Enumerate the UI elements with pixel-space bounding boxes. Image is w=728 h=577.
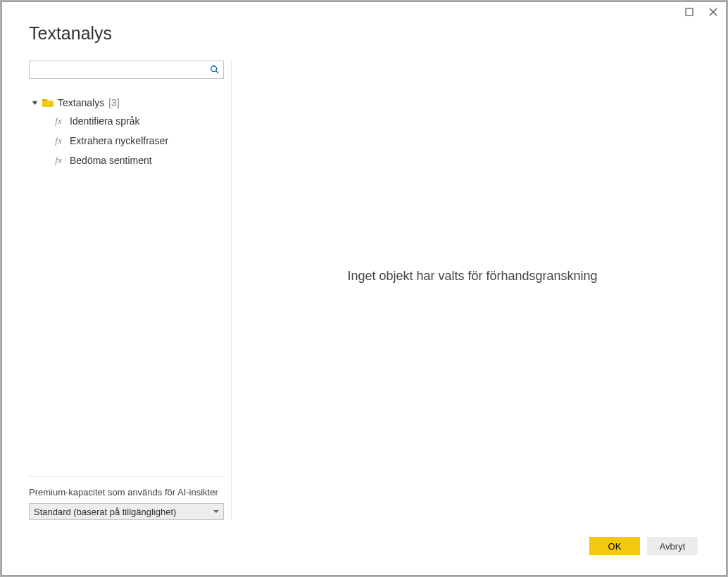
function-tree: Textanalys [3] fx Identifiera språk fx E… xyxy=(29,94,224,468)
left-panel: Textanalys [3] fx Identifiera språk fx E… xyxy=(29,61,232,520)
tree-item-identifiera-sprak[interactable]: fx Identifiera språk xyxy=(29,111,224,131)
tree-item-label: Bedöma sentiment xyxy=(70,155,152,166)
search-wrap xyxy=(29,61,224,79)
fx-icon: fx xyxy=(53,135,64,146)
dialog-window: Textanalys xyxy=(1,1,727,576)
fx-icon: fx xyxy=(53,155,64,166)
preview-panel: Inget objekt har valts för förhandsgrans… xyxy=(232,61,699,520)
maximize-button[interactable] xyxy=(679,4,699,20)
titlebar xyxy=(2,2,726,22)
capacity-dropdown[interactable]: Standard (baserat på tillgänglighet) xyxy=(29,503,224,520)
tree-folder-textanalys[interactable]: Textanalys [3] xyxy=(29,94,224,111)
svg-marker-5 xyxy=(32,101,37,104)
caret-down-icon xyxy=(32,100,38,106)
folder-icon xyxy=(42,98,54,108)
capacity-section: Premium-kapacitet som används för AI-ins… xyxy=(29,476,224,520)
main-row: Textanalys [3] fx Identifiera språk fx E… xyxy=(29,61,699,520)
content-area: Textanalys xyxy=(2,22,726,520)
svg-marker-6 xyxy=(213,510,219,513)
tree-item-bedoma-sentiment[interactable]: fx Bedöma sentiment xyxy=(29,151,224,170)
capacity-label: Premium-kapacitet som används för AI-ins… xyxy=(29,487,224,497)
preview-placeholder: Inget objekt har valts för förhandsgrans… xyxy=(347,269,597,284)
button-row: OK Avbryt xyxy=(2,520,726,575)
search-input[interactable] xyxy=(29,61,224,79)
chevron-down-icon xyxy=(213,509,219,514)
tree-item-label: Identifiera språk xyxy=(70,115,140,127)
svg-rect-0 xyxy=(686,8,693,15)
fx-icon: fx xyxy=(53,115,64,127)
ok-button[interactable]: OK xyxy=(589,537,640,555)
tree-item-extrahera-nyckelfraser[interactable]: fx Extrahera nyckelfraser xyxy=(29,131,224,151)
capacity-selected: Standard (baserat på tillgänglighet) xyxy=(34,507,176,517)
tree-item-label: Extrahera nyckelfraser xyxy=(70,135,168,146)
dialog-title: Textanalys xyxy=(29,23,699,44)
cancel-button[interactable]: Avbryt xyxy=(647,537,698,555)
tree-folder-count: [3] xyxy=(108,97,120,108)
tree-folder-label: Textanalys xyxy=(58,97,104,108)
close-button[interactable] xyxy=(703,4,723,20)
